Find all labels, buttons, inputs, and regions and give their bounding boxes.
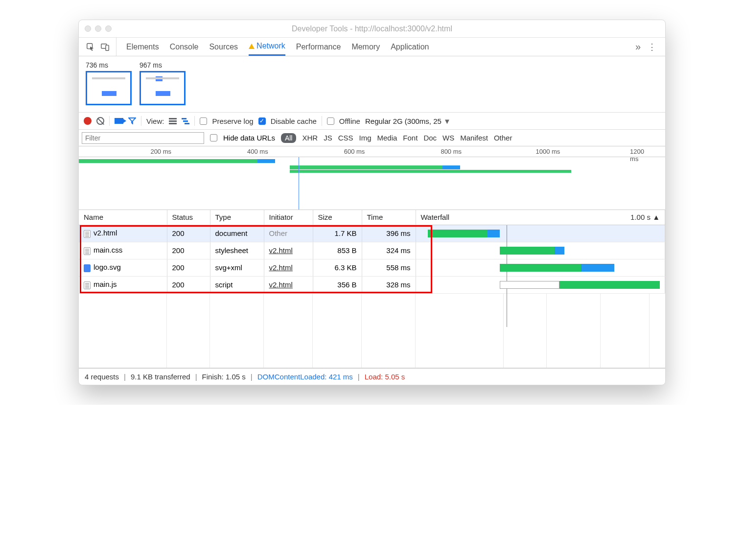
th-waterfall-label: Waterfall	[421, 213, 450, 221]
status-transferred: 9.1 KB transferred	[131, 373, 190, 381]
disable-cache-label: Disable cache	[271, 117, 317, 125]
status-load: Load: 5.05 s	[365, 373, 405, 381]
th-size[interactable]: Size	[313, 210, 362, 225]
offline-label: Offline	[339, 117, 360, 125]
hide-data-urls-checkbox[interactable]	[210, 134, 217, 141]
th-type[interactable]: Type	[210, 210, 264, 225]
status-cell: 200	[167, 242, 210, 259]
filter-type-js[interactable]: JS	[324, 134, 332, 142]
size-cell: 1.7 KB	[313, 225, 362, 242]
filmstrip-thumb	[140, 71, 186, 105]
window-title: Developer Tools - http://localhost:3000/…	[85, 24, 659, 33]
filmstrip: 736 ms 967 ms	[79, 56, 665, 112]
tab-application[interactable]: Application	[391, 38, 429, 56]
type-cell: script	[210, 276, 264, 293]
record-button[interactable]	[84, 117, 92, 125]
size-cell: 356 B	[313, 276, 362, 293]
device-toggle-icon[interactable]	[100, 42, 110, 52]
file-icon	[84, 230, 91, 238]
time-cell: 324 ms	[362, 242, 416, 259]
panel-tabstrip: Elements Console Sources Network Perform…	[79, 38, 665, 56]
file-name: main.css	[93, 246, 122, 254]
titlebar: Developer Tools - http://localhost:3000/…	[79, 20, 665, 38]
table-row[interactable]: logo.svg 200 svg+xml v2.html 6.3 KB 558 …	[79, 259, 665, 276]
clear-button[interactable]	[96, 117, 104, 125]
filter-type-ws[interactable]: WS	[442, 134, 454, 142]
time-tick: 800 ms	[441, 148, 462, 155]
tab-network-label: Network	[256, 42, 285, 50]
filter-type-manifest[interactable]: Manifest	[460, 134, 488, 142]
tab-console[interactable]: Console	[170, 38, 199, 56]
filter-type-img[interactable]: Img	[359, 134, 371, 142]
status-domcontentloaded: DOMContentLoaded: 421 ms	[257, 373, 353, 381]
table-row[interactable]: main.css 200 stylesheet v2.html 853 B 32…	[79, 242, 665, 259]
devtools-window: Developer Tools - http://localhost:3000/…	[78, 20, 666, 385]
initiator-link[interactable]: v2.html	[269, 280, 293, 289]
table-empty-area	[79, 294, 665, 368]
throttle-value: Regular 2G (300ms, 25	[365, 117, 442, 125]
inspect-tools	[84, 38, 116, 56]
svg-rect-8	[185, 123, 189, 124]
large-rows-icon[interactable]	[169, 117, 177, 124]
filmstrip-frame[interactable]: 967 ms	[140, 61, 186, 105]
th-waterfall[interactable]: Waterfall 1.00 s ▲	[416, 210, 665, 225]
th-time[interactable]: Time	[362, 210, 416, 225]
tabs-overflow-button[interactable]: »	[632, 41, 644, 52]
filter-type-all[interactable]: All	[281, 133, 297, 143]
warning-icon	[249, 44, 255, 49]
svg-rect-7	[183, 120, 188, 122]
screenshot-toggle-icon[interactable]	[115, 118, 123, 124]
waterfall-cell	[421, 245, 660, 256]
svg-rect-3	[169, 118, 177, 119]
close-window-button[interactable]	[85, 25, 91, 32]
file-name: v2.html	[93, 229, 117, 237]
window-controls	[85, 25, 112, 32]
separator: |	[249, 373, 255, 381]
tab-elements[interactable]: Elements	[126, 38, 159, 56]
time-tick: 1000 ms	[535, 148, 560, 155]
table-row[interactable]: main.js 200 script v2.html 356 B 328 ms	[79, 276, 665, 293]
waterfall-scale: 1.00 s ▲	[630, 213, 660, 221]
th-name[interactable]: Name	[79, 210, 167, 225]
minimize-window-button[interactable]	[95, 25, 101, 32]
filter-input[interactable]	[82, 132, 204, 144]
time-cell: 328 ms	[362, 276, 416, 293]
filter-type-xhr[interactable]: XHR	[302, 134, 318, 142]
filter-type-media[interactable]: Media	[377, 134, 397, 142]
separator: |	[193, 373, 199, 381]
separator	[322, 116, 322, 126]
throttle-select[interactable]: Regular 2G (300ms, 25 ▼	[365, 117, 451, 125]
view-label: View:	[146, 117, 164, 125]
timeline-overview[interactable]: 200 ms 400 ms 600 ms 800 ms 1000 ms 1200…	[79, 146, 665, 210]
filter-type-other[interactable]: Other	[494, 134, 512, 142]
offline-checkbox[interactable]	[327, 117, 334, 125]
tab-performance[interactable]: Performance	[296, 38, 341, 56]
tab-sources[interactable]: Sources	[209, 38, 238, 56]
initiator-cell: Other	[269, 229, 288, 237]
waterfall-view-icon[interactable]	[182, 117, 189, 124]
select-element-icon[interactable]	[86, 42, 95, 52]
waterfall-cell	[421, 262, 660, 273]
table-header-row: Name Status Type Initiator Size Time Wat…	[79, 210, 665, 225]
th-initiator[interactable]: Initiator	[264, 210, 313, 225]
separator	[109, 116, 110, 126]
tab-memory[interactable]: Memory	[351, 38, 380, 56]
filter-type-font[interactable]: Font	[403, 134, 418, 142]
preserve-log-checkbox[interactable]	[200, 117, 207, 125]
initiator-link[interactable]: v2.html	[269, 246, 293, 255]
disable-cache-checkbox[interactable]: ✓	[258, 117, 266, 125]
table-row[interactable]: v2.html 200 document Other 1.7 KB 396 ms	[79, 225, 665, 242]
hide-data-urls-label: Hide data URLs	[223, 134, 275, 142]
filter-toggle-icon[interactable]	[128, 117, 136, 124]
filmstrip-label: 736 ms	[86, 61, 132, 71]
tab-network[interactable]: Network	[249, 38, 285, 56]
time-tick: 600 ms	[344, 148, 365, 155]
zoom-window-button[interactable]	[105, 25, 112, 32]
filter-type-doc[interactable]: Doc	[423, 134, 437, 142]
th-status[interactable]: Status	[167, 210, 210, 225]
panel-tabs: Elements Console Sources Network Perform…	[116, 38, 439, 56]
filmstrip-frame[interactable]: 736 ms	[86, 61, 132, 105]
filter-type-css[interactable]: CSS	[338, 134, 353, 142]
more-menu-icon[interactable]: ⋮	[644, 42, 660, 52]
initiator-link[interactable]: v2.html	[269, 263, 293, 272]
